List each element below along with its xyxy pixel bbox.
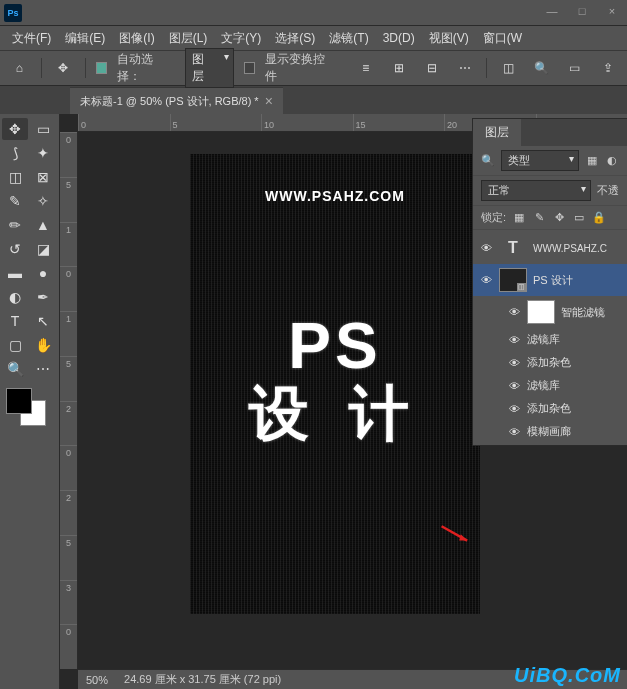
filter-item[interactable]: 👁滤镜库 [473, 328, 627, 351]
auto-select-checkbox[interactable] [96, 62, 108, 74]
move-tool[interactable]: ✥ [2, 118, 28, 140]
filter-name: 添加杂色 [527, 355, 571, 370]
layer-name[interactable]: WWW.PSAHZ.C [533, 243, 607, 254]
canvas-text-line1: PS [190, 314, 480, 378]
path-tool[interactable]: ↖ [30, 310, 56, 332]
filter-image-icon[interactable]: ▦ [585, 154, 599, 168]
menu-view[interactable]: 视图(V) [423, 28, 475, 49]
lock-move-icon[interactable]: ✥ [552, 211, 566, 225]
visibility-icon[interactable]: 👁 [507, 306, 521, 318]
menu-3d[interactable]: 3D(D) [377, 29, 421, 47]
document-tab-label: 未标题-1 @ 50% (PS 设计, RGB/8) * [80, 94, 259, 109]
dodge-tool[interactable]: ◐ [2, 286, 28, 308]
layer-row[interactable]: 👁 ◫ PS 设计 [473, 264, 627, 296]
watermark-text: WWW.PSAHZ.COM [190, 188, 480, 204]
layer-filter-dropdown[interactable]: 类型 [501, 150, 579, 171]
layer-name: 智能滤镜 [561, 305, 605, 320]
menu-filter[interactable]: 滤镜(T) [323, 28, 374, 49]
lock-artboard-icon[interactable]: ▭ [572, 211, 586, 225]
brush-tool[interactable]: ✏ [2, 214, 28, 236]
stamp-tool[interactable]: ▲ [30, 214, 56, 236]
ps-logo: Ps [4, 4, 22, 22]
filter-item[interactable]: 👁模糊画廊 [473, 420, 627, 443]
document-dimensions[interactable]: 24.69 厘米 x 31.75 厘米 (72 ppi) [124, 672, 281, 687]
hand-tool[interactable]: ✋ [30, 334, 56, 356]
marquee-tool[interactable]: ▭ [30, 118, 56, 140]
align-icon-2[interactable]: ⊞ [387, 56, 410, 80]
canvas-text-line2: 设 计 [190, 378, 480, 450]
show-transform-checkbox[interactable] [244, 62, 256, 74]
share-icon[interactable]: ⇪ [596, 56, 619, 80]
ruler-tick: 3 [60, 580, 77, 625]
filter-adjust-icon[interactable]: ◐ [605, 154, 619, 168]
ruler-tick: 2 [60, 401, 77, 446]
pen-tool[interactable]: ✒ [30, 286, 56, 308]
type-tool[interactable]: T [2, 310, 28, 332]
menu-edit[interactable]: 编辑(E) [59, 28, 111, 49]
eyedropper-tool[interactable]: ✎ [2, 190, 28, 212]
menu-type[interactable]: 文字(Y) [215, 28, 267, 49]
edit-toolbar[interactable]: ⋯ [30, 358, 56, 380]
window-maximize[interactable]: □ [567, 0, 597, 22]
layers-panel-tab[interactable]: 图层 [473, 119, 521, 146]
document-tab[interactable]: 未标题-1 @ 50% (PS 设计, RGB/8) * × [70, 87, 283, 114]
workspace-icon[interactable]: ▭ [563, 56, 586, 80]
color-swatches[interactable] [2, 388, 48, 428]
menu-file[interactable]: 文件(F) [6, 28, 57, 49]
menu-layer[interactable]: 图层(L) [163, 28, 214, 49]
history-brush-tool[interactable]: ↺ [2, 238, 28, 260]
ruler-tick: 0 [60, 266, 77, 311]
crop-tool[interactable]: ◫ [2, 166, 28, 188]
filter-item[interactable]: 👁添加杂色 [473, 397, 627, 420]
lock-pixels-icon[interactable]: ▦ [512, 211, 526, 225]
auto-select-dropdown[interactable]: 图层 [185, 48, 234, 88]
zoom-tool[interactable]: 🔍 [2, 358, 28, 380]
move-tool-icon[interactable]: ✥ [52, 56, 75, 80]
smart-object-thumb: ◫ [499, 268, 527, 292]
visibility-icon[interactable]: 👁 [507, 357, 521, 369]
text-layer-icon: T [499, 236, 527, 260]
visibility-icon[interactable]: 👁 [507, 380, 521, 392]
lock-paint-icon[interactable]: ✎ [532, 211, 546, 225]
wand-tool[interactable]: ✦ [30, 142, 56, 164]
shape-tool[interactable]: ▢ [2, 334, 28, 356]
layer-name[interactable]: PS 设计 [533, 273, 573, 288]
eraser-tool[interactable]: ◪ [30, 238, 56, 260]
search-icon[interactable]: 🔍 [530, 56, 553, 80]
close-tab-icon[interactable]: × [265, 93, 273, 109]
align-icon-3[interactable]: ⊟ [420, 56, 443, 80]
document-canvas[interactable]: WWW.PSAHZ.COM PS 设 计 [190, 154, 480, 614]
visibility-icon[interactable]: 👁 [507, 426, 521, 438]
ruler-vertical[interactable]: 0 5 1 0 1 5 2 0 2 5 3 0 [60, 132, 78, 669]
ruler-tick: 0 [78, 114, 170, 131]
menu-select[interactable]: 选择(S) [269, 28, 321, 49]
window-close[interactable]: × [597, 0, 627, 22]
window-minimize[interactable]: — [537, 0, 567, 22]
align-icon-1[interactable]: ≡ [354, 56, 377, 80]
lock-label: 锁定: [481, 210, 506, 225]
blur-tool[interactable]: ● [30, 262, 56, 284]
foreground-color[interactable] [6, 388, 32, 414]
smart-filters-row[interactable]: 👁 智能滤镜 [473, 296, 627, 328]
heal-tool[interactable]: ✧ [30, 190, 56, 212]
gradient-tool[interactable]: ▬ [2, 262, 28, 284]
visibility-icon[interactable]: 👁 [479, 274, 493, 286]
layer-row[interactable]: 👁 T WWW.PSAHZ.C [473, 232, 627, 264]
lasso-tool[interactable]: ⟆ [2, 142, 28, 164]
menu-image[interactable]: 图像(I) [113, 28, 160, 49]
zoom-level[interactable]: 50% [86, 674, 108, 686]
visibility-icon[interactable]: 👁 [507, 403, 521, 415]
ruler-tick: 1 [60, 222, 77, 267]
menu-window[interactable]: 窗口(W [477, 28, 528, 49]
frame-tool[interactable]: ⊠ [30, 166, 56, 188]
filter-name: 添加杂色 [527, 401, 571, 416]
more-icon[interactable]: ⋯ [453, 56, 476, 80]
filter-item[interactable]: 👁滤镜库 [473, 374, 627, 397]
visibility-icon[interactable]: 👁 [479, 242, 493, 254]
blend-mode-dropdown[interactable]: 正常 [481, 180, 591, 201]
lock-all-icon[interactable]: 🔒 [592, 211, 606, 225]
visibility-icon[interactable]: 👁 [507, 334, 521, 346]
3d-icon[interactable]: ◫ [497, 56, 520, 80]
home-icon[interactable]: ⌂ [8, 56, 31, 80]
filter-item[interactable]: 👁添加杂色 [473, 351, 627, 374]
